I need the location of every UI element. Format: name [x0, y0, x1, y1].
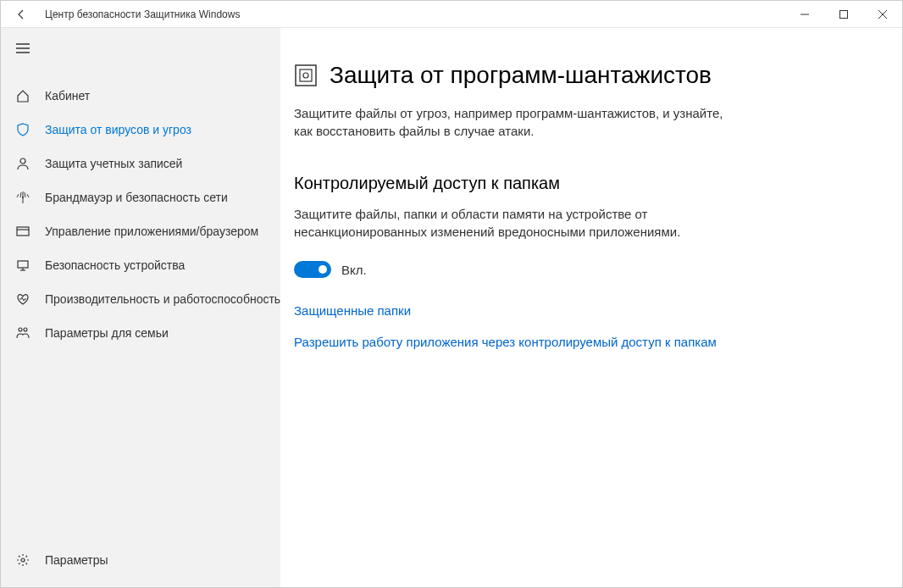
page-header: Защита от программ-шантажистов: [294, 62, 868, 89]
toggle-label: Вкл.: [341, 263, 367, 277]
svg-point-14: [19, 328, 22, 331]
sidebar-bottom: Параметры: [1, 543, 280, 587]
svg-point-19: [303, 73, 308, 78]
family-icon: [16, 326, 36, 340]
sidebar-item-virus[interactable]: Защита от вирусов и угроз: [1, 113, 280, 147]
window-title: Центр безопасности Защитника Windows: [42, 8, 785, 20]
ransomware-icon: [294, 64, 318, 87]
home-icon: [16, 89, 36, 103]
sidebar-item-label: Брандмауэр и безопасность сети: [36, 191, 228, 204]
svg-point-15: [24, 328, 27, 331]
sidebar-item-label: Защита от вирусов и угроз: [36, 123, 191, 136]
sidebar-item-performance[interactable]: Производительность и работоспособность: [1, 282, 280, 316]
network-icon: [16, 191, 36, 204]
sidebar-item-label: Управление приложениями/браузером: [36, 225, 258, 238]
section-title: Контролируемый доступ к папкам: [294, 174, 868, 193]
window-controls: [785, 1, 902, 28]
allow-app-link[interactable]: Разрешить работу приложения через контро…: [294, 333, 734, 352]
svg-rect-1: [840, 10, 848, 18]
sidebar-item-settings[interactable]: Параметры: [1, 543, 280, 577]
svg-rect-11: [18, 261, 28, 268]
account-icon: [16, 157, 36, 170]
sidebar: Кабинет Защита от вирусов и угроз Защита…: [1, 28, 280, 587]
sidebar-item-app-browser[interactable]: Управление приложениями/браузером: [1, 214, 280, 248]
titlebar: Центр безопасности Защитника Windows: [1, 1, 902, 28]
page-description: Защитите файлы от угроз, например програ…: [294, 104, 734, 140]
sidebar-item-label: Безопасность устройства: [36, 258, 185, 272]
close-button[interactable]: [863, 1, 902, 28]
sidebar-item-label: Кабинет: [36, 89, 90, 103]
heart-icon: [16, 292, 36, 306]
svg-point-7: [20, 158, 25, 164]
content: Кабинет Защита от вирусов и угроз Защита…: [1, 28, 902, 587]
minimize-button[interactable]: [785, 1, 824, 28]
maximize-button[interactable]: [824, 1, 863, 28]
toggle-row: Вкл.: [294, 261, 868, 278]
sidebar-item-account[interactable]: Защита учетных записей: [1, 147, 280, 180]
sidebar-item-device[interactable]: Безопасность устройства: [1, 248, 280, 282]
svg-point-8: [22, 197, 24, 198]
svg-point-16: [21, 558, 25, 562]
svg-rect-17: [296, 65, 316, 86]
section-description: Защитите файлы, папки и области памяти н…: [294, 205, 734, 241]
hamburger-menu[interactable]: [1, 28, 280, 69]
gear-icon: [16, 553, 36, 567]
app-icon: [16, 225, 36, 238]
page-title: Защита от программ-шантажистов: [330, 62, 712, 89]
main: Защита от программ-шантажистов Защитите …: [280, 28, 902, 587]
sidebar-item-label: Производительность и работоспособность: [36, 292, 280, 306]
sidebar-item-label: Защита учетных записей: [36, 157, 182, 170]
back-button[interactable]: [1, 1, 42, 28]
sidebar-item-label: Параметры для семьи: [36, 326, 169, 340]
sidebar-item-family[interactable]: Параметры для семьи: [1, 316, 280, 350]
sidebar-item-label: Параметры: [36, 553, 108, 567]
protected-folders-link[interactable]: Защищенные папки: [294, 302, 734, 321]
sidebar-item-firewall[interactable]: Брандмауэр и безопасность сети: [1, 180, 280, 214]
svg-rect-18: [300, 69, 312, 81]
svg-rect-9: [17, 227, 29, 236]
device-icon: [16, 258, 36, 272]
sidebar-item-home[interactable]: Кабинет: [1, 79, 280, 113]
shield-icon: [16, 123, 36, 136]
controlled-folder-access-toggle[interactable]: [294, 261, 331, 278]
nav: Кабинет Защита от вирусов и угроз Защита…: [1, 69, 280, 543]
